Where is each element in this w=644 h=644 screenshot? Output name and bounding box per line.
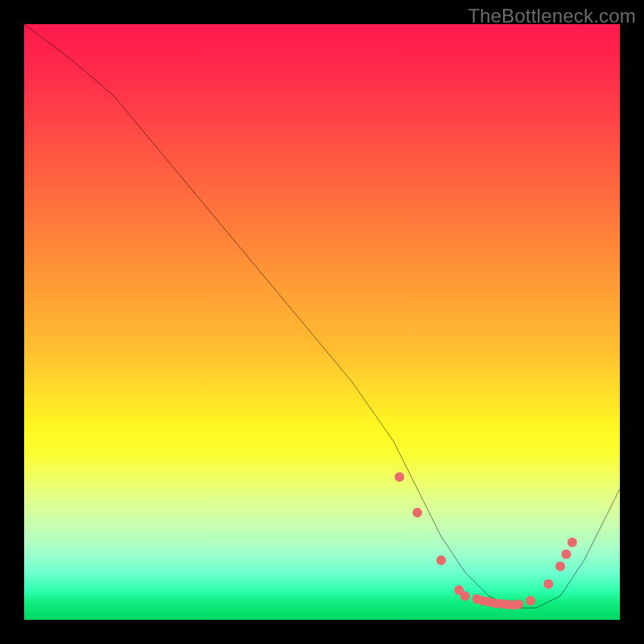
highlight-marker [436, 555, 446, 565]
highlight-marker [412, 508, 422, 518]
bottleneck-curve-path [24, 24, 620, 608]
highlight-marker-group [394, 472, 577, 609]
highlight-marker [561, 550, 571, 559]
highlight-marker [526, 596, 535, 605]
chart-frame: TheBottleneck.com [0, 0, 644, 644]
highlight-marker [460, 591, 470, 601]
highlight-marker [543, 580, 553, 589]
highlight-marker [394, 472, 404, 481]
watermark-text: TheBottleneck.com [468, 5, 636, 27]
plot-area [24, 24, 620, 620]
highlight-marker [555, 561, 565, 571]
highlight-marker [568, 538, 577, 547]
chart-svg [24, 24, 620, 620]
highlight-marker [514, 600, 523, 609]
